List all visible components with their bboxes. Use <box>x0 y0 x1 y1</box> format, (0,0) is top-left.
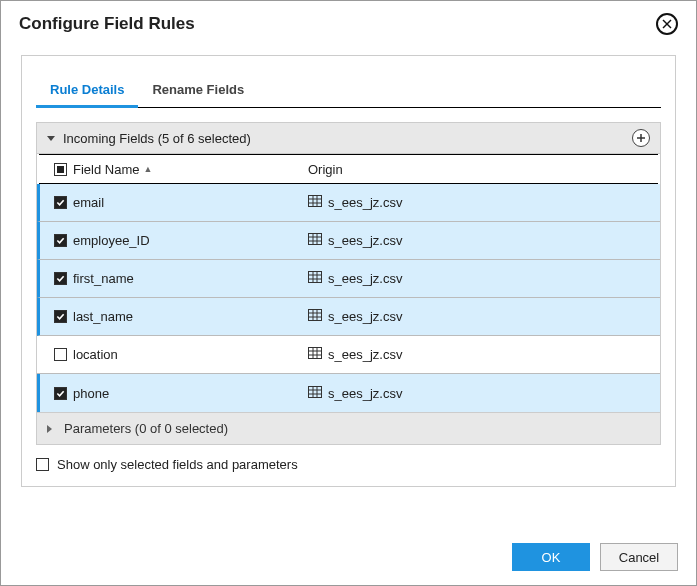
row-checkbox[interactable] <box>54 272 67 285</box>
incoming-fields-header[interactable]: Incoming Fields (5 of 6 selected) <box>36 122 661 154</box>
plus-icon <box>636 133 646 143</box>
fields-table: Field Name ▲ Origin emails_ees_jz.csvemp… <box>36 154 661 413</box>
parameters-label: Parameters (0 of 0 selected) <box>64 421 228 436</box>
row-checkbox[interactable] <box>54 310 67 323</box>
origin-name: s_ees_jz.csv <box>328 309 402 324</box>
table-row[interactable]: phones_ees_jz.csv <box>37 374 660 412</box>
cancel-button[interactable]: Cancel <box>600 543 678 571</box>
table-icon <box>308 386 322 401</box>
svg-rect-4 <box>309 196 322 207</box>
select-all-checkbox[interactable] <box>54 163 67 176</box>
field-name: location <box>73 347 118 362</box>
origin-name: s_ees_jz.csv <box>328 233 402 248</box>
dialog-title: Configure Field Rules <box>19 14 195 34</box>
table-icon <box>308 309 322 324</box>
ok-button[interactable]: OK <box>512 543 590 571</box>
svg-rect-9 <box>309 234 322 245</box>
table-icon <box>308 271 322 286</box>
field-name: email <box>73 195 104 210</box>
close-icon <box>662 19 672 29</box>
origin-name: s_ees_jz.csv <box>328 195 402 210</box>
table-row[interactable]: last_names_ees_jz.csv <box>37 298 660 336</box>
table-row[interactable]: employee_IDs_ees_jz.csv <box>37 222 660 260</box>
column-field-name[interactable]: Field Name ▲ <box>73 162 308 177</box>
origin-name: s_ees_jz.csv <box>328 347 402 362</box>
svg-rect-14 <box>309 272 322 283</box>
dialog-body: Rule Details Rename Fields Incoming Fiel… <box>21 55 676 487</box>
svg-rect-29 <box>309 386 322 397</box>
table-icon <box>308 233 322 248</box>
row-checkbox[interactable] <box>54 348 67 361</box>
tab-rule-details[interactable]: Rule Details <box>36 74 138 107</box>
field-name: phone <box>73 386 109 401</box>
incoming-fields-label: Incoming Fields (5 of 6 selected) <box>63 131 251 146</box>
table-icon <box>308 195 322 210</box>
chevron-right-icon <box>47 425 56 433</box>
origin-name: s_ees_jz.csv <box>328 386 402 401</box>
table-header: Field Name ▲ Origin <box>39 154 658 184</box>
column-origin-label: Origin <box>308 162 343 177</box>
show-only-selected-label: Show only selected fields and parameters <box>57 457 298 472</box>
column-origin[interactable]: Origin <box>308 162 658 177</box>
column-field-name-label: Field Name <box>73 162 139 177</box>
field-name: employee_ID <box>73 233 150 248</box>
table-row[interactable]: locations_ees_jz.csv <box>37 336 660 374</box>
add-field-button[interactable] <box>632 129 650 147</box>
field-name: first_name <box>73 271 134 286</box>
tab-rename-fields[interactable]: Rename Fields <box>138 74 258 107</box>
origin-name: s_ees_jz.csv <box>328 271 402 286</box>
sort-asc-icon: ▲ <box>143 164 152 174</box>
row-checkbox[interactable] <box>54 234 67 247</box>
table-row[interactable]: emails_ees_jz.csv <box>37 184 660 222</box>
field-name: last_name <box>73 309 133 324</box>
chevron-down-icon <box>47 136 55 141</box>
table-icon <box>308 347 322 362</box>
svg-rect-24 <box>309 348 322 359</box>
svg-rect-19 <box>309 310 322 321</box>
show-only-selected-checkbox[interactable] <box>36 458 49 471</box>
row-checkbox[interactable] <box>54 196 67 209</box>
tab-bar: Rule Details Rename Fields <box>36 74 661 108</box>
parameters-header[interactable]: Parameters (0 of 0 selected) <box>36 413 661 445</box>
table-row[interactable]: first_names_ees_jz.csv <box>37 260 660 298</box>
row-checkbox[interactable] <box>54 387 67 400</box>
close-button[interactable] <box>656 13 678 35</box>
